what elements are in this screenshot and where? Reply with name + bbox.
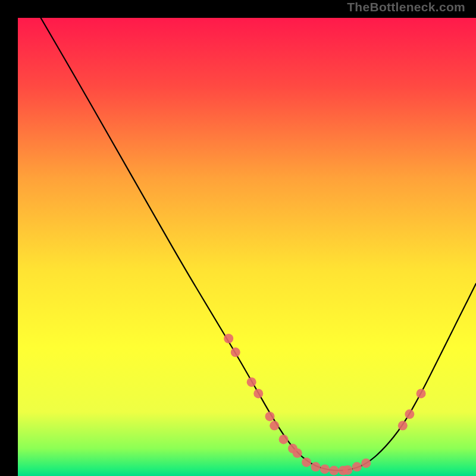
data-marker	[247, 377, 256, 387]
data-marker	[398, 421, 408, 430]
gradient-background	[18, 18, 476, 476]
data-marker	[311, 462, 321, 472]
watermark-text: TheBottleneck.com	[347, 0, 465, 14]
data-marker	[270, 421, 279, 430]
data-marker	[253, 389, 263, 398]
data-marker	[265, 412, 275, 421]
data-marker	[361, 458, 371, 468]
data-marker	[343, 465, 352, 475]
data-marker	[416, 389, 426, 398]
data-marker	[279, 434, 289, 444]
data-marker	[231, 347, 240, 357]
data-marker	[224, 334, 233, 343]
data-marker	[329, 466, 339, 475]
data-marker	[352, 462, 362, 472]
chart-frame	[9, 9, 467, 467]
data-marker	[293, 449, 302, 458]
chart-svg	[18, 18, 476, 476]
plot-area	[18, 18, 476, 476]
data-marker	[320, 464, 330, 474]
data-marker	[302, 458, 311, 467]
data-marker	[405, 409, 414, 419]
